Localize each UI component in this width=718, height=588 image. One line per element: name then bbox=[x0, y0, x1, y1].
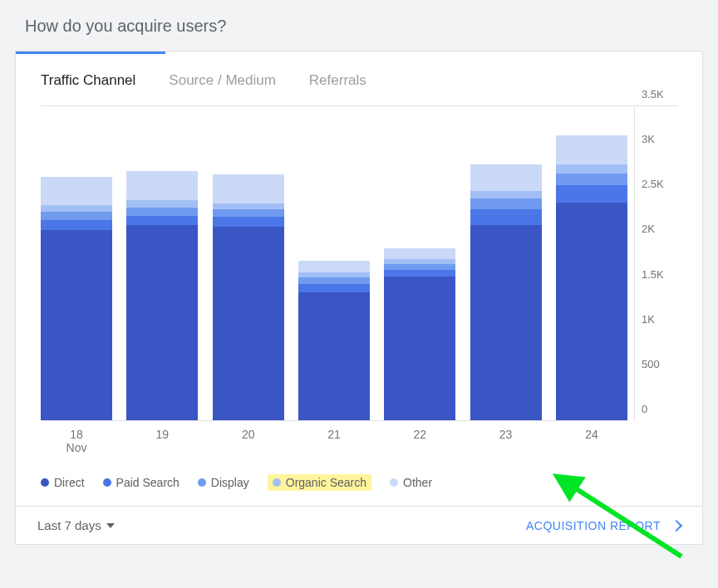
x-tick: 21 bbox=[298, 428, 370, 454]
x-tick: 23 bbox=[470, 428, 542, 454]
bar-segment bbox=[126, 171, 198, 201]
tabs-row: Traffic Channel Source / Medium Referral… bbox=[16, 54, 702, 105]
chevron-right-icon bbox=[671, 519, 682, 531]
bar-column[interactable] bbox=[41, 106, 112, 420]
x-tick: 20 bbox=[213, 428, 284, 454]
x-labels: 18Nov192021222324 bbox=[41, 428, 627, 454]
card-footer: Last 7 days ACQUISITION REPORT bbox=[16, 506, 702, 544]
card-title: How do you acquire users? bbox=[15, 10, 703, 51]
y-tick: 2K bbox=[642, 223, 655, 235]
bar-segment bbox=[41, 220, 112, 230]
plot-area: 05001K1.5K2K2.5K3K3.5K bbox=[41, 105, 677, 421]
bar-column[interactable] bbox=[126, 106, 198, 420]
bar-segment bbox=[213, 203, 284, 210]
y-tick: 1K bbox=[642, 312, 655, 325]
tab-source-medium[interactable]: Source / Medium bbox=[169, 72, 276, 89]
legend-swatch bbox=[273, 478, 281, 487]
bar-segment bbox=[384, 270, 455, 277]
bar-segment bbox=[213, 217, 284, 227]
x-tick: 19 bbox=[126, 428, 198, 454]
legend: DirectPaid SearchDisplayOrganic SearchOt… bbox=[16, 463, 702, 506]
bar-segment bbox=[470, 191, 542, 199]
x-sublabel: Nov bbox=[41, 441, 112, 454]
legend-item[interactable]: Display bbox=[198, 476, 249, 489]
legend-label: Direct bbox=[54, 476, 85, 489]
bar-segment bbox=[126, 225, 198, 420]
bar-segment bbox=[41, 205, 112, 213]
y-axis: 05001K1.5K2K2.5K3K3.5K bbox=[634, 106, 677, 421]
y-tick: 1.5K bbox=[642, 267, 664, 280]
legend-item[interactable]: Direct bbox=[41, 476, 85, 489]
bar-segment bbox=[384, 248, 455, 259]
bar-segment bbox=[556, 174, 627, 185]
y-tick: 2.5K bbox=[642, 178, 664, 190]
legend-swatch bbox=[198, 478, 206, 487]
bar-segment bbox=[41, 177, 112, 204]
legend-swatch bbox=[103, 478, 111, 487]
bar-segment bbox=[556, 135, 627, 165]
bar-segment bbox=[213, 209, 284, 217]
tab-referrals[interactable]: Referrals bbox=[309, 72, 366, 89]
bars-container bbox=[41, 106, 627, 421]
acquisition-report-link[interactable]: ACQUISITION REPORT bbox=[526, 519, 681, 532]
x-tick: 24 bbox=[556, 428, 627, 454]
legend-item[interactable]: Paid Search bbox=[103, 476, 180, 489]
bar-segment bbox=[126, 208, 198, 216]
legend-label: Paid Search bbox=[116, 476, 180, 489]
bar-segment bbox=[556, 164, 627, 174]
bar-segment bbox=[126, 200, 198, 208]
bar-segment bbox=[470, 209, 542, 224]
bar-segment bbox=[126, 216, 198, 225]
legend-item[interactable]: Other bbox=[390, 476, 432, 489]
y-tick: 3.5K bbox=[642, 88, 664, 100]
bar-column[interactable] bbox=[384, 106, 455, 420]
bar-segment bbox=[556, 185, 627, 203]
y-tick: 3K bbox=[642, 133, 655, 145]
date-range-label: Last 7 days bbox=[37, 518, 101, 532]
bar-segment bbox=[298, 261, 370, 272]
bar-segment bbox=[384, 277, 455, 420]
bar-segment bbox=[298, 284, 370, 292]
report-link-label: ACQUISITION REPORT bbox=[526, 519, 661, 532]
legend-item[interactable]: Organic Search bbox=[268, 474, 371, 491]
bar-column[interactable] bbox=[213, 106, 284, 420]
bar-column[interactable] bbox=[556, 106, 627, 420]
legend-label: Other bbox=[403, 476, 432, 489]
legend-swatch bbox=[41, 478, 49, 487]
x-tick: 22 bbox=[384, 428, 455, 454]
bar-segment bbox=[470, 225, 542, 420]
y-tick: 0 bbox=[642, 403, 647, 415]
bar-column[interactable] bbox=[470, 106, 542, 420]
tab-traffic-channel[interactable]: Traffic Channel bbox=[41, 72, 135, 89]
y-tick: 500 bbox=[642, 357, 660, 370]
bar-column[interactable] bbox=[298, 106, 370, 420]
bar-segment bbox=[41, 230, 112, 420]
acquisition-card: Traffic Channel Source / Medium Referral… bbox=[15, 51, 703, 545]
bar-segment bbox=[556, 203, 627, 420]
x-tick: 18Nov bbox=[41, 428, 112, 454]
legend-swatch bbox=[390, 478, 398, 487]
bar-segment bbox=[41, 212, 112, 220]
chart-area: 05001K1.5K2K2.5K3K3.5K 18Nov192021222324 bbox=[16, 105, 702, 463]
bar-segment bbox=[298, 277, 370, 284]
bar-segment bbox=[470, 164, 542, 190]
bar-segment bbox=[470, 198, 542, 209]
bar-segment bbox=[213, 227, 284, 420]
bar-segment bbox=[298, 292, 370, 420]
bar-segment bbox=[213, 174, 284, 203]
legend-label: Organic Search bbox=[286, 476, 366, 489]
legend-label: Display bbox=[211, 476, 249, 489]
caret-down-icon bbox=[106, 523, 115, 528]
x-axis: 18Nov192021222324 bbox=[41, 421, 677, 454]
date-range-selector[interactable]: Last 7 days bbox=[37, 518, 115, 532]
